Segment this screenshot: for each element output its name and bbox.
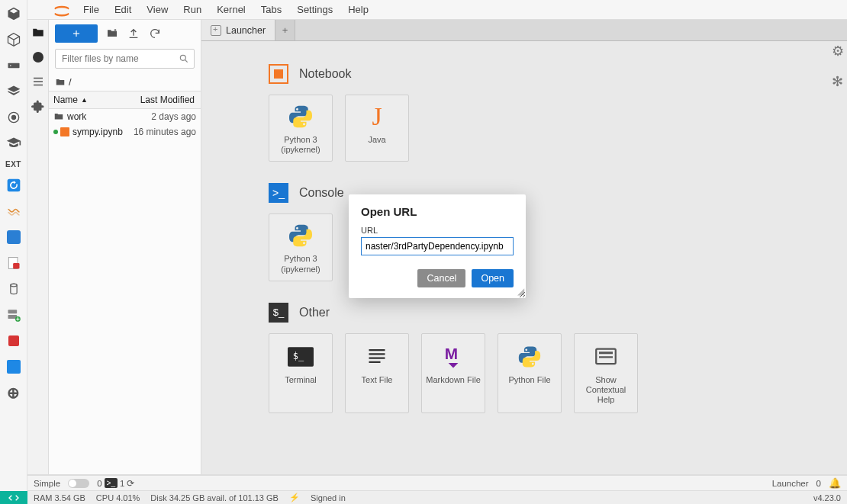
terminal-chip-icon: >_ (105, 478, 118, 488)
shield-icon[interactable] (5, 332, 23, 350)
footer-ram: RAM 3.54 GB (34, 493, 85, 502)
textfile-icon (363, 343, 391, 371)
tile-python3-notebook[interactable]: Python 3 (ipykernel) (269, 95, 333, 162)
layers-icon[interactable] (5, 82, 23, 101)
tab-label: Launcher (226, 25, 266, 36)
col-name[interactable]: Name▲ (49, 91, 128, 108)
resize-grip-icon[interactable]: ◢ (517, 286, 524, 297)
file-modified: 16 minutes ago (124, 127, 196, 137)
svg-text:M: M (445, 345, 458, 362)
ext-label[interactable]: EXT (5, 160, 21, 169)
tile-python-file[interactable]: Python File (498, 333, 562, 414)
refresh-icon[interactable] (5, 176, 23, 194)
drive-icon[interactable] (5, 56, 23, 75)
gear-icon[interactable]: ⚙ (832, 43, 844, 59)
tile-python3-console[interactable]: Python 3 (ipykernel) (269, 213, 333, 281)
tile-label: Python 3 (ipykernel) (272, 254, 329, 274)
sidetab-folder[interactable] (31, 26, 45, 40)
tile-text-file[interactable]: Text File (345, 333, 409, 414)
file-filter-input[interactable] (60, 53, 179, 65)
svg-point-3 (11, 116, 15, 120)
section-title: Notebook (299, 67, 352, 81)
python-icon (287, 103, 314, 130)
sidetab-extensions[interactable] (31, 99, 45, 113)
vscode-icon[interactable] (5, 358, 23, 376)
console-section-icon: >_ (269, 183, 288, 203)
breadcrumb[interactable]: / (49, 73, 201, 91)
doc-icon[interactable] (5, 228, 23, 246)
sidetab-commands[interactable] (31, 75, 45, 88)
menu-edit[interactable]: Edit (108, 2, 138, 17)
other-section-icon: $_ (269, 303, 288, 323)
svg-rect-8 (8, 310, 17, 313)
tab-bar: Launcher + (201, 20, 847, 41)
svg-rect-20 (599, 352, 613, 354)
add-tab-button[interactable]: + (275, 20, 295, 40)
bell-icon[interactable]: 🔔 (829, 477, 841, 489)
svg-rect-15 (274, 69, 283, 79)
new-launcher-button[interactable] (55, 24, 98, 43)
svg-point-1 (10, 65, 11, 66)
python-icon (287, 222, 314, 249)
target-icon[interactable] (5, 108, 23, 127)
dialog-url-label: URL (361, 226, 514, 235)
notebook-icon (60, 127, 69, 136)
upload-icon[interactable] (127, 27, 140, 40)
svg-text:$_: $_ (293, 351, 304, 361)
tile-java-notebook[interactable]: J Java (345, 95, 409, 162)
menu-run[interactable]: Run (176, 2, 208, 17)
add-circle-icon[interactable]: ⊕ (5, 384, 23, 402)
svg-rect-0 (8, 63, 19, 69)
section-title: Other (299, 306, 330, 319)
jupyter-logo (52, 5, 72, 17)
remote-indicator[interactable] (0, 491, 27, 504)
refresh-files-icon[interactable] (148, 27, 162, 40)
menu-file[interactable]: File (76, 2, 106, 17)
cancel-button[interactable]: Cancel (417, 269, 465, 287)
menu-tabs[interactable]: Tabs (254, 2, 288, 17)
file-modified: 2 days ago (124, 111, 196, 122)
bug-icon[interactable]: ✻ (832, 73, 844, 90)
status-right-count: 0 (816, 479, 821, 488)
new-folder-icon[interactable] (105, 27, 119, 40)
col-modified[interactable]: Last Modified (128, 91, 201, 108)
file-row-folder[interactable]: work 2 days ago (49, 109, 201, 124)
tile-terminal[interactable]: $_ Terminal (269, 333, 333, 414)
right-rail: ⚙ ✻ (832, 43, 844, 90)
svg-point-14 (180, 55, 185, 60)
simple-label: Simple (34, 479, 60, 488)
kernel-count[interactable]: 0 >_ 1 ⟳ (97, 478, 134, 489)
db-icon[interactable] (5, 280, 23, 298)
file-filter[interactable] (55, 49, 195, 69)
tab-launcher[interactable]: Launcher (201, 20, 275, 40)
svg-point-13 (54, 8, 70, 14)
url-input[interactable] (361, 237, 514, 255)
outline-cube-icon[interactable] (5, 30, 23, 49)
menu-help[interactable]: Help (341, 2, 375, 17)
status-bar: Simple 0 >_ 1 ⟳ Launcher 0 🔔 (27, 475, 847, 490)
section-notebook: Notebook Python 3 (ipykernel) J (269, 64, 847, 162)
menu-view[interactable]: View (140, 2, 175, 17)
footer-version: v4.23.0 (813, 493, 841, 502)
launcher-tab-icon (211, 25, 221, 36)
tile-label: Terminal (285, 375, 317, 385)
red-badge-icon[interactable] (5, 254, 23, 272)
sidetab-running[interactable] (31, 50, 45, 64)
tile-label: Text File (362, 375, 393, 385)
file-row-notebook[interactable]: sympy.ipynb 16 minutes ago (49, 124, 201, 140)
python-icon (516, 343, 543, 371)
open-button[interactable]: Open (472, 269, 514, 287)
file-name: sympy.ipynb (72, 127, 123, 137)
cube-icon[interactable] (5, 5, 23, 23)
plug-icon: ⚡ (289, 493, 300, 502)
squiggle-icon[interactable] (5, 202, 23, 220)
simple-toggle[interactable] (68, 479, 89, 488)
menu-kernel[interactable]: Kernel (210, 2, 253, 17)
footer-signed: Signed in (311, 493, 346, 502)
tile-markdown-file[interactable]: M Markdown File (421, 333, 485, 414)
dialog-title: Open URL (361, 205, 514, 218)
graduation-icon[interactable] (5, 134, 23, 152)
menu-settings[interactable]: Settings (290, 2, 340, 17)
server-plus-icon[interactable] (5, 306, 23, 324)
tile-contextual-help[interactable]: Show Contextual Help (574, 333, 638, 414)
